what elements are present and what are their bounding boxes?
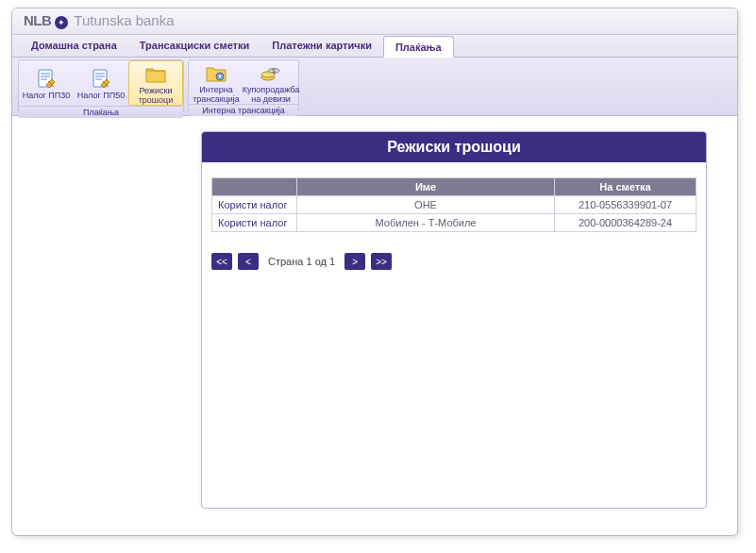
app-window: NLB ✦ Tutunska banka Домашна страна Тран… — [11, 8, 738, 536]
pager-label: Страна 1 од 1 — [264, 256, 339, 267]
brand-badge-icon: ✦ — [55, 16, 68, 29]
utilities-table: Име На сметка Користи налог ОНЕ 210-0556… — [211, 177, 697, 232]
table-header-row: Име На сметка — [212, 178, 697, 196]
menu-cards[interactable]: Платежни картички — [260, 35, 383, 57]
header-bar: NLB ✦ Tutunska banka — [12, 8, 737, 35]
payee-account: 210-0556339901-07 — [555, 196, 697, 214]
svg-point-3 — [219, 75, 221, 77]
ribbon-btn-fx[interactable]: $ Купопродажба на девизи — [244, 60, 298, 104]
col-action — [212, 178, 297, 196]
table-row: Користи налог Мобилен - Т-Мобиле 200-000… — [212, 214, 697, 232]
use-order-link[interactable]: Користи налог — [212, 196, 297, 214]
payee-name: ОНЕ — [297, 196, 555, 214]
folder-icon — [144, 63, 167, 86]
pager-next[interactable]: > — [344, 253, 365, 270]
ribbon-group-payments: Налог ПП30 Налог ПП50 Режиски трошоци Пл… — [18, 59, 184, 113]
ribbon-label: Купопродажба на девизи — [243, 85, 300, 104]
pager-first[interactable]: << — [211, 253, 232, 270]
table-row: Користи налог ОНЕ 210-0556339901-07 — [212, 196, 697, 214]
ribbon-btn-pp50[interactable]: Налог ПП50 — [74, 60, 128, 106]
payee-account: 200-0000364289-24 — [555, 214, 697, 232]
main-menu: Домашна страна Трансакциски сметки Плате… — [12, 35, 737, 58]
document-edit-icon — [90, 68, 112, 91]
menu-accounts[interactable]: Трансакциски сметки — [128, 35, 261, 57]
ribbon-group-title: Интерна трансакција — [189, 104, 298, 116]
ribbon-label: Налог ПП50 — [77, 91, 126, 100]
ribbon-group-internal: Интерна трансакција $ Купопродажба на де… — [188, 59, 299, 113]
pager-last[interactable]: >> — [371, 253, 392, 270]
col-account: На сметка — [555, 178, 697, 196]
menu-payments[interactable]: Плаќања — [383, 36, 454, 58]
ribbon-btn-utilities[interactable]: Режиски трошоци — [128, 60, 183, 106]
use-order-link[interactable]: Користи налог — [212, 214, 297, 232]
pager-prev[interactable]: < — [238, 253, 259, 270]
col-name: Име — [297, 178, 555, 196]
ribbon-toolbar: Налог ПП30 Налог ПП50 Режиски трошоци Пл… — [12, 58, 737, 116]
document-edit-icon — [35, 68, 58, 91]
content-area: Режиски трошоци Име На сметка Користи на… — [12, 116, 737, 526]
payee-name: Мобилен - Т-Мобиле — [297, 214, 555, 232]
folder-gear-icon — [205, 62, 227, 85]
utilities-panel: Режиски трошоци Име На сметка Користи на… — [201, 131, 707, 509]
ribbon-btn-pp30[interactable]: Налог ПП30 — [19, 60, 74, 106]
brand-short: NLB — [24, 12, 51, 28]
brand-logo: NLB ✦ Tutunska banka — [24, 12, 726, 29]
ribbon-group-title: Плаќања — [19, 106, 183, 118]
ribbon-label: Режиски трошоци — [139, 86, 174, 105]
panel-title: Режиски трошоци — [202, 132, 706, 162]
coins-icon: $ — [260, 62, 282, 85]
ribbon-label: Интерна трансакција — [193, 85, 240, 104]
pager: << < Страна 1 од 1 > >> — [211, 253, 697, 270]
brand-name: Tutunska banka — [74, 12, 174, 28]
ribbon-btn-internal-tx[interactable]: Интерна трансакција — [189, 60, 244, 104]
menu-home[interactable]: Домашна страна — [20, 35, 128, 57]
ribbon-label: Налог ПП30 — [23, 91, 71, 100]
